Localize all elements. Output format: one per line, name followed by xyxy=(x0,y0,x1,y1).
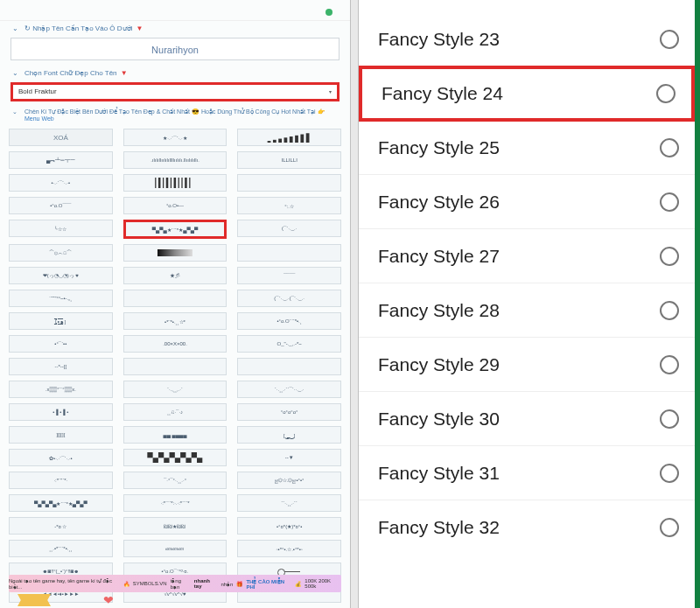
svg-rect-7 xyxy=(306,133,310,143)
symbol-cell[interactable]: ╰☆☆ xyxy=(9,220,113,237)
svg-rect-20 xyxy=(170,452,175,458)
symbol-cell[interactable]: •°¤*(★)*¤°• xyxy=(237,517,341,535)
symbol-cell[interactable]: ▀▄▀▄▀▄★´¨`*★▄▀▄▀ xyxy=(9,494,113,512)
menu-web-link[interactable]: Menu Web xyxy=(24,115,54,122)
symbol-cell[interactable]: ¯·°¯°·.¸¸.·° xyxy=(123,472,228,489)
flag-icon: ▼ xyxy=(136,24,144,32)
svg-rect-23 xyxy=(153,458,158,463)
symbol-cell[interactable]: ▄▄ ▄▄▄▄ xyxy=(123,426,228,444)
symbol-cell[interactable] xyxy=(237,174,341,192)
style-option[interactable]: Fancy Style 29 xyxy=(359,338,695,392)
svg-rect-0 xyxy=(267,141,270,143)
symbol-cell[interactable]: (¯`·._.·(¯`·._.· xyxy=(237,290,341,307)
symbol-cell[interactable]: .ılılıllıılılıllllıılılı.llıılılıllı. xyxy=(123,151,228,169)
symbol-cell-checker[interactable] xyxy=(123,449,228,466)
symbol-cell[interactable] xyxy=(123,290,228,307)
symbol-cell[interactable]: -*¤ ☆ xyxy=(9,517,113,535)
symbol-cell[interactable]: •°¯`•• xyxy=(9,335,113,353)
symbol-cell[interactable]: (¯`·._.· xyxy=(237,220,341,237)
symbol-cell[interactable] xyxy=(237,244,341,262)
symbol-cell[interactable]: ¸¸♫·¯·♪ xyxy=(123,403,228,421)
symbol-cell[interactable]: •°o.O´¨`*•.¸ xyxy=(237,312,341,330)
svg-rect-26 xyxy=(186,458,192,463)
style-option[interactable]: Fancy Style 23 xyxy=(359,12,695,66)
symbol-cell[interactable]: ·:*´¨`*:·.·:*´¨`* xyxy=(123,494,228,512)
svg-rect-14 xyxy=(178,178,179,189)
symbol-cell[interactable]: .x▒▒°¨¨°▒▒x. xyxy=(9,381,113,398)
symbol-cell[interactable]: ¯¯¯¯ xyxy=(237,267,341,284)
chevron-down-icon: ▾ xyxy=(329,88,332,94)
chevron-down-icon: ⌄ xyxy=(12,24,18,32)
symbol-cell-highlighted[interactable]: ▀▄▀▄★´¨`*★▄▀▄▀ xyxy=(123,220,228,239)
symbol-cell[interactable]: [̲̅•̲̅a̲̅] xyxy=(9,312,113,330)
symbol-cell-signal[interactable] xyxy=(237,129,341,146)
symbol-cell[interactable]: °o.O•--- xyxy=(123,197,228,214)
symbol-cell[interactable]: .00×X×00. xyxy=(123,335,228,353)
symbol-cell[interactable]: ✿•·.·´¯`·.·• xyxy=(9,449,113,466)
symbol-cell[interactable]: ◦•*°•.☆.•°*•◦ xyxy=(237,540,341,557)
style-option[interactable]: Fancy Style 27 xyxy=(359,229,695,283)
style-option-label: Fancy Style 29 xyxy=(378,354,500,375)
symbol-cell-gradient[interactable] xyxy=(123,244,228,262)
browser-topbar xyxy=(0,0,350,21)
svg-rect-21 xyxy=(180,452,186,458)
style-option[interactable]: Fancy Style 28 xyxy=(359,283,695,338)
style-option-label: Fancy Style 24 xyxy=(382,83,503,104)
radio-icon xyxy=(660,247,679,266)
style-option[interactable]: Fancy Style 25 xyxy=(359,121,695,175)
symbol-cell[interactable]: ணணண xyxy=(123,540,228,557)
promo-banner[interactable]: Ngoài tạo tên game hay, tên game kí tự đ… xyxy=(9,575,341,592)
symbol-cell[interactable]: ][][][ xyxy=(9,426,113,444)
symbol-cell[interactable]: ⁀⊙෴☉⁀ xyxy=(9,244,113,262)
name-input[interactable]: Nurarihyon xyxy=(10,38,340,60)
style-option-label: Fancy Style 23 xyxy=(378,29,500,50)
symbol-cell[interactable]: ▄︻┻═┳一 xyxy=(9,151,113,169)
section2-text: Chọn Font Chữ Đẹp Cho Tên xyxy=(24,69,117,77)
symbol-cell[interactable]: ILLILLI xyxy=(237,151,341,169)
clear-button[interactable]: XOÁ xyxy=(9,129,113,146)
symbol-cell[interactable]: •*¨*•.¸¸☆* xyxy=(123,312,228,330)
symbol-cell[interactable]: ★·.·´¯`·.·★ xyxy=(123,129,228,146)
symbol-cell[interactable]: •▐ •▐ • xyxy=(9,403,113,421)
style-option[interactable]: Fancy Style 31 xyxy=(359,446,695,500)
style-option[interactable]: Fancy Style 30 xyxy=(359,392,695,446)
svg-rect-18 xyxy=(148,452,153,458)
svg-rect-22 xyxy=(192,452,197,458)
promo-brand: SYMBOLS.VN xyxy=(133,581,167,586)
symbol-cell[interactable]: --▼ xyxy=(237,449,341,466)
svg-rect-5 xyxy=(295,135,298,143)
promo-amount: 100K 200K 500k xyxy=(304,578,341,589)
symbol-cell-barcode[interactable] xyxy=(123,174,228,192)
symbol-cell[interactable]: °o°o°o° xyxy=(237,403,341,421)
symbol-cell[interactable] xyxy=(123,358,228,375)
heart-icon: ❤ xyxy=(103,593,114,607)
style-option[interactable]: Fancy Style 32 xyxy=(359,500,695,555)
style-option-label: Fancy Style 27 xyxy=(378,246,500,267)
symbol-cell[interactable] xyxy=(237,358,341,375)
symbol-cell[interactable]: ``·.¸¸.·´´ xyxy=(237,494,341,512)
symbol-cell[interactable]: ₪₪★₪₪ xyxy=(123,517,228,535)
symbol-cell[interactable]: ¸¸.•*´¨`*•.¸¸ xyxy=(9,540,113,557)
gift-icon: 🎁 xyxy=(236,581,242,587)
symbol-cell[interactable]: •·.·´¯`·.·• xyxy=(9,174,113,192)
symbol-cell[interactable]: [‿̲‿] xyxy=(237,426,341,444)
symbol-cell[interactable]: ❤(っ◔◡◔)っ ♥ xyxy=(9,267,113,284)
symbol-cell[interactable]: O_"-._,.-*~ xyxy=(237,335,341,353)
promo-mid: tặng bạn xyxy=(171,577,191,590)
symbol-cell[interactable]: ஐ◎☆.◎ஐ•°•° xyxy=(237,472,341,489)
symbol-cell[interactable]: --*--[[ xyxy=(9,358,113,375)
symbol-cell[interactable]: `·.¸¸.·´´¯`··._.· xyxy=(237,381,341,398)
style-list: Fancy Style 23Fancy Style 24Fancy Style … xyxy=(359,12,695,555)
style-option[interactable]: Fancy Style 24 xyxy=(359,66,695,122)
style-option[interactable]: Fancy Style 26 xyxy=(359,175,695,229)
symbol-cell[interactable]: ★彡 xyxy=(123,267,228,284)
symbol-cell[interactable]: •°o.O¯¯¯ xyxy=(9,197,113,214)
symbol-section-label: ⌄ Chèn Kí Tự Đặc Biệt Bên Dưới Để Tạo Tê… xyxy=(0,107,350,125)
font-select[interactable]: Bold Fraktur ▾ xyxy=(10,82,340,101)
symbol-cell[interactable]: °:.☆ xyxy=(237,197,341,214)
symbol-cell[interactable]: ¨˜ˆ”°¹~•-.„¸ xyxy=(9,290,113,307)
emoji-icon: 😎 xyxy=(192,108,200,115)
symbol-cell[interactable]: `·.,¸¸,.·´ xyxy=(123,381,228,398)
symbol-cell[interactable]: ·:*´"`*· xyxy=(9,472,113,489)
pointer-icon: 👉 xyxy=(318,108,326,115)
